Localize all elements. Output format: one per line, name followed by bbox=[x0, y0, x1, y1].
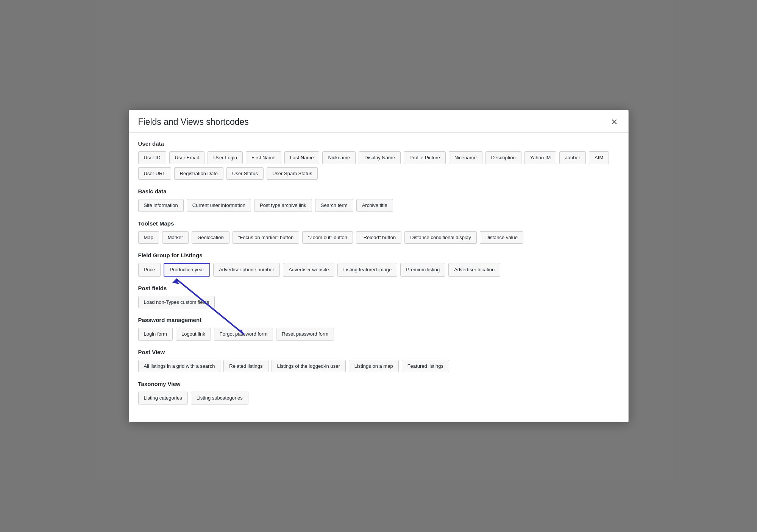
section-title-post-view: Post View bbox=[138, 349, 619, 355]
tag-btn-basic-data-2[interactable]: Post type archive link bbox=[254, 199, 312, 212]
section-title-taxonomy-view: Taxonomy View bbox=[138, 381, 619, 387]
tag-btn-field-group-listings-0[interactable]: Price bbox=[138, 263, 161, 277]
btn-group-taxonomy-view: Listing categoriesListing subcategories bbox=[138, 392, 619, 404]
tag-btn-user-data-12[interactable]: AIM bbox=[589, 151, 609, 164]
tag-btn-password-management-2[interactable]: Forgot password form bbox=[214, 328, 273, 341]
section-post-view: Post ViewAll listings in a grid with a s… bbox=[138, 349, 619, 373]
tag-btn-field-group-listings-3[interactable]: Advertiser website bbox=[283, 263, 334, 277]
tag-btn-toolset-maps-4[interactable]: "Zoom out" button bbox=[302, 231, 353, 244]
modal-close-button[interactable]: ✕ bbox=[609, 118, 619, 126]
tag-btn-password-management-3[interactable]: Reset password form bbox=[276, 328, 334, 341]
tag-btn-toolset-maps-6[interactable]: Distance conditional display bbox=[404, 231, 476, 244]
tag-btn-post-view-2[interactable]: Listings of the logged-in user bbox=[272, 360, 346, 373]
tag-btn-basic-data-1[interactable]: Current user information bbox=[187, 199, 251, 212]
tag-btn-user-data-13[interactable]: User URL bbox=[138, 167, 171, 180]
section-user-data: User dataUser IDUser EmailUser LoginFirs… bbox=[138, 140, 619, 180]
tag-btn-password-management-0[interactable]: Login form bbox=[138, 328, 173, 341]
tag-btn-post-view-4[interactable]: Featured listings bbox=[402, 360, 449, 373]
modal: Fields and Views shortcodes ✕ User dataU… bbox=[129, 110, 629, 422]
section-title-user-data: User data bbox=[138, 140, 619, 147]
svg-marker-2 bbox=[172, 279, 179, 284]
btn-group-user-data: User IDUser EmailUser LoginFirst NameLas… bbox=[138, 151, 619, 180]
tag-btn-post-fields-0[interactable]: Load non-Types custom fields bbox=[138, 296, 215, 309]
section-title-toolset-maps: Toolset Maps bbox=[138, 220, 619, 227]
modal-body: User dataUser IDUser EmailUser LoginFirs… bbox=[129, 133, 628, 422]
tag-btn-taxonomy-view-1[interactable]: Listing subcategories bbox=[191, 392, 248, 404]
modal-overlay[interactable]: Fields and Views shortcodes ✕ User dataU… bbox=[0, 0, 757, 532]
tag-btn-user-data-7[interactable]: Profile Picture bbox=[404, 151, 446, 164]
tag-btn-user-data-2[interactable]: User Login bbox=[208, 151, 243, 164]
section-title-password-management: Password management bbox=[138, 317, 619, 323]
arrow-annotation-wrapper: PriceProduction yearAdvertiser phone num… bbox=[138, 263, 619, 277]
tag-btn-user-data-8[interactable]: Nicename bbox=[449, 151, 482, 164]
tag-btn-toolset-maps-7[interactable]: Distance value bbox=[480, 231, 523, 244]
section-basic-data: Basic dataSite informationCurrent user i… bbox=[138, 188, 619, 212]
tag-btn-field-group-listings-5[interactable]: Premium listing bbox=[400, 263, 445, 277]
btn-group-post-fields: Load non-Types custom fields bbox=[138, 296, 619, 309]
section-password-management: Password managementLogin formLogout link… bbox=[138, 317, 619, 341]
tag-btn-field-group-listings-1[interactable]: Production year bbox=[164, 263, 210, 277]
tag-btn-user-data-4[interactable]: Last Name bbox=[284, 151, 320, 164]
tag-btn-basic-data-4[interactable]: Archive title bbox=[356, 199, 393, 212]
tag-btn-toolset-maps-1[interactable]: Marker bbox=[162, 231, 189, 244]
tag-btn-user-data-5[interactable]: Nickname bbox=[322, 151, 356, 164]
tag-btn-toolset-maps-2[interactable]: Geolocation bbox=[192, 231, 229, 244]
tag-btn-user-data-9[interactable]: Description bbox=[485, 151, 521, 164]
tag-btn-toolset-maps-5[interactable]: "Reload" button bbox=[356, 231, 401, 244]
section-taxonomy-view: Taxonomy ViewListing categoriesListing s… bbox=[138, 381, 619, 404]
tag-btn-field-group-listings-6[interactable]: Advertiser location bbox=[448, 263, 500, 277]
tag-btn-field-group-listings-2[interactable]: Advertiser phone number bbox=[213, 263, 280, 277]
section-title-field-group-listings: Field Group for Listings bbox=[138, 252, 619, 258]
tag-btn-basic-data-3[interactable]: Search term bbox=[315, 199, 353, 212]
tag-btn-user-data-11[interactable]: Jabber bbox=[559, 151, 586, 164]
modal-header: Fields and Views shortcodes ✕ bbox=[129, 110, 628, 133]
tag-btn-user-data-14[interactable]: Registration Date bbox=[174, 167, 223, 180]
tag-btn-user-data-0[interactable]: User ID bbox=[138, 151, 166, 164]
tag-btn-user-data-6[interactable]: Display Name bbox=[359, 151, 401, 164]
tag-btn-toolset-maps-0[interactable]: Map bbox=[138, 231, 159, 244]
modal-title: Fields and Views shortcodes bbox=[138, 117, 249, 127]
tag-btn-post-view-3[interactable]: Listings on a map bbox=[349, 360, 399, 373]
tag-btn-field-group-listings-4[interactable]: Listing featured image bbox=[337, 263, 397, 277]
btn-group-toolset-maps: MapMarkerGeolocation"Focus on marker" bu… bbox=[138, 231, 619, 244]
tag-btn-basic-data-0[interactable]: Site information bbox=[138, 199, 184, 212]
tag-btn-user-data-16[interactable]: User Spam Status bbox=[267, 167, 318, 180]
btn-group-field-group-listings: PriceProduction yearAdvertiser phone num… bbox=[138, 263, 619, 277]
tag-btn-user-data-10[interactable]: Yahoo IM bbox=[524, 151, 557, 164]
tag-btn-taxonomy-view-0[interactable]: Listing categories bbox=[138, 392, 188, 404]
section-toolset-maps: Toolset MapsMapMarkerGeolocation"Focus o… bbox=[138, 220, 619, 244]
btn-group-post-view: All listings in a grid with a searchRela… bbox=[138, 360, 619, 373]
section-post-fields: Post fieldsLoad non-Types custom fields bbox=[138, 285, 619, 309]
section-title-basic-data: Basic data bbox=[138, 188, 619, 194]
btn-group-basic-data: Site informationCurrent user information… bbox=[138, 199, 619, 212]
section-field-group-listings: Field Group for ListingsPriceProduction … bbox=[138, 252, 619, 277]
tag-btn-post-view-0[interactable]: All listings in a grid with a search bbox=[138, 360, 221, 373]
section-title-post-fields: Post fields bbox=[138, 285, 619, 291]
tag-btn-user-data-15[interactable]: User Status bbox=[226, 167, 264, 180]
tag-btn-user-data-3[interactable]: First Name bbox=[246, 151, 281, 164]
tag-btn-toolset-maps-3[interactable]: "Focus on marker" button bbox=[233, 231, 300, 244]
tag-btn-user-data-1[interactable]: User Email bbox=[169, 151, 205, 164]
btn-group-password-management: Login formLogout linkForgot password for… bbox=[138, 328, 619, 341]
tag-btn-post-view-1[interactable]: Related listings bbox=[223, 360, 268, 373]
tag-btn-password-management-1[interactable]: Logout link bbox=[176, 328, 211, 341]
